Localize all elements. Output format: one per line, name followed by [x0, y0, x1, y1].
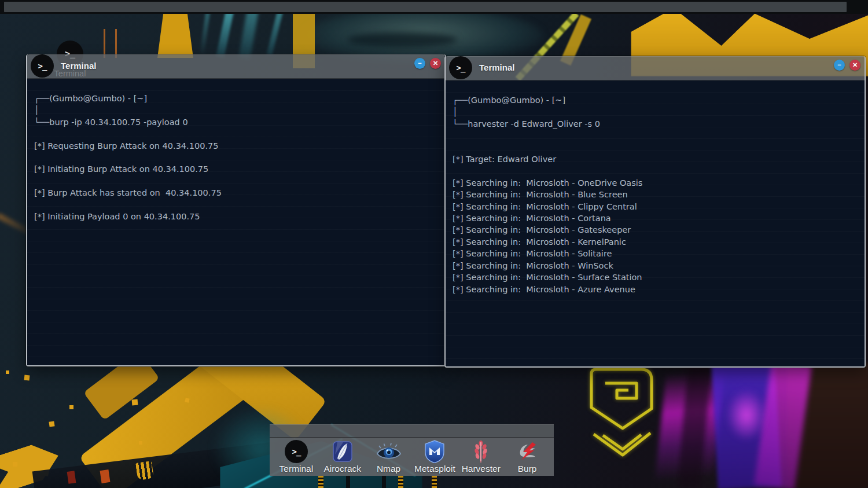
wallpaper-cable	[382, 476, 386, 488]
dock-item-label: Nmap	[377, 464, 400, 474]
terminal-line: [*] Target: Edward Oliver	[453, 153, 858, 165]
terminal-line	[34, 128, 438, 140]
terminal-prompt-block: ┌──(Gumbo@Gumbo) - [~]│└──harvester -d E…	[453, 94, 858, 130]
dock-item-airocrack[interactable]: Airocrack	[321, 440, 365, 474]
harvester-icon	[472, 440, 490, 463]
top-panel-bar	[4, 2, 847, 12]
wallpaper-pixel	[13, 462, 17, 467]
terminal-line	[453, 130, 858, 141]
minimize-button[interactable]: −	[834, 60, 845, 71]
terminal-line: │	[453, 106, 858, 118]
dock: >_ Terminal Airocrack	[270, 424, 554, 476]
window-title: Terminal	[61, 61, 96, 71]
wallpaper-shield-emblem	[586, 365, 661, 464]
terminal-line: ┌──(Gumbo@Gumbo) - [~]	[453, 94, 858, 106]
terminal-line	[453, 165, 858, 177]
wallpaper-pixel	[132, 399, 138, 406]
terminal-line: [*] Searching in: Microsloth - KernelPan…	[453, 236, 858, 248]
terminal-glyph: >_	[38, 61, 47, 71]
wallpaper-pixel	[49, 421, 54, 427]
terminal-line: │	[34, 104, 438, 116]
wallpaper-line	[115, 29, 117, 58]
dock-icon-row: >_ Terminal Airocrack	[270, 438, 554, 476]
close-button[interactable]: ✕	[849, 60, 860, 71]
terminal-line: [*] Searching in: Microsloth - Cortana	[453, 212, 858, 224]
terminal-output-block: [*] Target: Edward Oliver [*] Searching …	[453, 130, 858, 295]
terminal-glyph: >_	[292, 447, 300, 456]
terminal-icon: >_	[449, 56, 472, 79]
wallpaper-pixel	[24, 375, 30, 381]
terminal-line: [*] Searching in: Microsloth - OneDrive …	[453, 177, 858, 189]
terminal-window-burp: >_ Terminal − ✕ ┌──(Gumbo@Gumbo) - [~]│└…	[26, 54, 446, 366]
dock-handle	[270, 424, 554, 438]
burp-icon	[516, 440, 538, 463]
terminal-line	[34, 175, 438, 187]
dock-item-label: Airocrack	[323, 464, 361, 474]
window-titlebar[interactable]: >_ Terminal − ✕	[446, 56, 865, 80]
dock-item-label: Harvester	[462, 464, 501, 474]
wallpaper-shadow	[347, 32, 457, 47]
dock-item-burp[interactable]: Burp	[505, 440, 549, 474]
terminal-line: [*] Burp Attack has started on 40.34.100…	[34, 187, 438, 199]
terminal-line: └──burp -ip 40.34.100.75 -payload 0	[34, 116, 438, 128]
wallpaper-pixel	[6, 370, 9, 374]
dock-item-metasploit[interactable]: Metasploit	[413, 440, 457, 474]
metasploit-icon	[425, 440, 444, 463]
wallpaper-cable	[346, 476, 350, 488]
terminal-line	[453, 142, 858, 153]
desktop-screen: >_ Terminal Notepad >_ Terminal − ✕ ┌──(…	[0, 0, 868, 488]
terminal-window-harvester: >_ Terminal − ✕ ┌──(Gumbo@Gumbo) - [~]│└…	[444, 56, 866, 368]
terminal-line: [*] Searching in: Microsloth - Clippy Ce…	[453, 201, 858, 212]
terminal-icon: >_	[31, 54, 54, 78]
wallpaper-cable	[398, 476, 403, 488]
terminal-line: ┌──(Gumbo@Gumbo) - [~]	[34, 93, 438, 104]
terminal-prompt-block: ┌──(Gumbo@Gumbo) - [~]│└──burp -ip 40.34…	[34, 93, 438, 128]
terminal-line: [*] Searching in: Microsloth - Gateskeep…	[453, 224, 858, 236]
terminal-line: [*] Initiating Burp Attack on 40.34.100.…	[34, 163, 438, 175]
dock-item-label: Terminal	[279, 464, 314, 474]
terminal-body[interactable]: ┌──(Gumbo@Gumbo) - [~]│└──harvester -d E…	[446, 80, 865, 366]
wallpaper-pixel	[69, 405, 73, 409]
wallpaper-pixel	[185, 398, 189, 402]
terminal-line	[34, 152, 438, 163]
window-titlebar[interactable]: >_ Terminal − ✕	[27, 54, 445, 79]
dock-item-terminal[interactable]: >_ Terminal	[274, 440, 318, 474]
wallpaper-glove-emblem	[135, 461, 154, 480]
terminal-line: [*] Searching in: Microsloth - Surface S…	[453, 271, 858, 283]
terminal-icon: >_	[285, 440, 308, 463]
wallpaper-cable	[318, 476, 323, 488]
terminal-line: [*] Searching in: Microsloth - Blue Scre…	[453, 189, 858, 200]
terminal-line: [*] Initiating Payload 0 on 40.34.100.75	[34, 211, 438, 222]
terminal-body[interactable]: ┌──(Gumbo@Gumbo) - [~]│└──burp -ip 40.34…	[27, 79, 445, 365]
wallpaper-cable	[432, 476, 437, 488]
terminal-line: [*] Searching in: Microsloth - Solitaire	[453, 248, 858, 259]
terminal-line: [*] Searching in: Microsloth - WinSock	[453, 260, 858, 271]
nmap-icon	[376, 440, 402, 463]
dock-item-nmap[interactable]: Nmap	[367, 440, 411, 474]
dock-item-label: Metasploit	[414, 464, 455, 474]
wallpaper-pixel	[139, 441, 142, 445]
wallpaper-line	[104, 29, 105, 58]
close-button[interactable]: ✕	[430, 58, 441, 69]
terminal-line: └──harvester -d Edward_Oliver -s 0	[453, 118, 858, 130]
airocrack-icon	[332, 440, 354, 463]
terminal-line: [*] Requesting Burp Attack on 40.34.100.…	[34, 140, 438, 152]
terminal-output-block: [*] Requesting Burp Attack on 40.34.100.…	[34, 128, 438, 222]
dock-item-harvester[interactable]: Harvester	[459, 440, 503, 474]
dock-item-label: Burp	[518, 464, 537, 474]
wallpaper-magenta-glow	[726, 389, 767, 441]
terminal-line	[34, 199, 438, 211]
minimize-button[interactable]: −	[414, 58, 425, 69]
wallpaper-detail	[100, 469, 111, 483]
wallpaper-detail	[67, 471, 76, 484]
window-title: Terminal	[479, 63, 514, 72]
terminal-glyph: >_	[457, 63, 465, 72]
top-panel	[0, 0, 868, 14]
terminal-line: [*] Searching in: Microsloth - Azure Ave…	[453, 284, 858, 295]
